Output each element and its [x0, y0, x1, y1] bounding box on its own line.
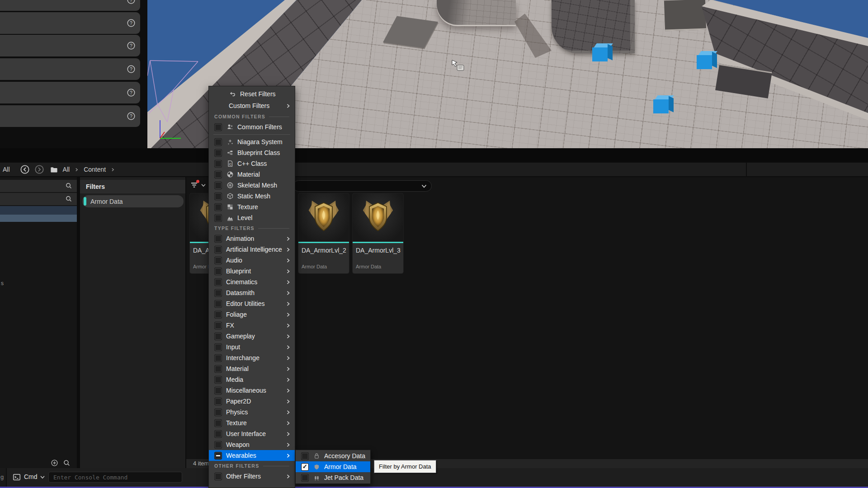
menu-item-material[interactable]: Material [209, 169, 295, 180]
menu-item-interchange[interactable]: Interchange [209, 352, 295, 363]
checkbox[interactable] [301, 474, 309, 482]
help-icon[interactable]: ? [127, 88, 136, 97]
menu-item-custom-filters[interactable]: Custom Filters [209, 100, 295, 112]
checkbox[interactable] [214, 160, 222, 168]
checkbox[interactable] [214, 235, 222, 243]
menu-item-artificial-intelligence[interactable]: Artificial Intelligence [209, 244, 295, 255]
menu-item-wearables[interactable]: Wearables [209, 450, 295, 461]
menu-item-audio[interactable]: Audio [209, 255, 295, 266]
menu-item-reset-filters[interactable]: Reset Filters [209, 88, 295, 100]
checkbox[interactable] [214, 149, 222, 157]
menu-item-texture[interactable]: Texture [209, 202, 295, 212]
menu-item-editor-utilities[interactable]: Editor Utilities [209, 298, 295, 309]
menu-item-blueprint-class[interactable]: Blueprint Class [209, 147, 295, 158]
help-row[interactable]: ? [0, 0, 140, 11]
menu-item-paper2d[interactable]: Paper2D [209, 396, 295, 407]
submenu-item-accesory-data[interactable]: Accesory Data [296, 450, 370, 461]
menu-item-niagara-system[interactable]: Niagara System [209, 136, 295, 147]
breadcrumb-root[interactable]: All [63, 166, 70, 173]
chevron-down-icon[interactable] [200, 182, 207, 188]
checkbox[interactable] [214, 387, 222, 394]
active-filter-armor-data[interactable]: Armor Data [82, 195, 184, 207]
chevron-down-icon[interactable] [39, 474, 46, 480]
checkbox[interactable] [214, 354, 222, 362]
menu-item-material[interactable]: Material [209, 363, 295, 374]
menu-item-texture[interactable]: Texture [209, 418, 295, 428]
menu-item-animation[interactable]: Animation [209, 233, 295, 244]
menu-item-datasmith[interactable]: Datasmith [209, 287, 295, 298]
menu-item-level[interactable]: Level [209, 212, 295, 223]
checkbox[interactable] [214, 441, 222, 449]
folder-tree-selection-upper[interactable] [0, 206, 77, 215]
checkbox[interactable] [214, 203, 222, 211]
checkbox[interactable] [214, 171, 222, 178]
search-icon[interactable] [63, 459, 71, 467]
checkbox[interactable] [214, 430, 222, 438]
menu-item-foliage[interactable]: Foliage [209, 309, 295, 320]
checkbox[interactable] [301, 452, 309, 460]
menu-item-static-mesh[interactable]: Static Mesh [209, 191, 295, 202]
checkbox[interactable] [214, 408, 222, 416]
checkbox[interactable] [214, 278, 222, 286]
help-row[interactable]: ? [0, 105, 140, 127]
help-row[interactable]: ? [0, 82, 140, 103]
checkbox[interactable] [214, 452, 222, 460]
menu-item-media[interactable]: Media [209, 374, 295, 385]
help-icon[interactable]: ? [127, 41, 136, 50]
folder-tree-selection-lower[interactable] [0, 215, 77, 222]
menu-item-input[interactable]: Input [209, 342, 295, 352]
checkbox[interactable] [214, 138, 222, 146]
menu-item-physics[interactable]: Physics [209, 407, 295, 418]
checkbox[interactable] [214, 123, 222, 131]
collections-search-row[interactable] [0, 180, 77, 192]
checkbox[interactable] [214, 192, 222, 200]
help-icon[interactable]: ? [127, 65, 136, 74]
checkbox[interactable] [214, 289, 222, 297]
help-icon[interactable]: ? [127, 0, 136, 5]
help-icon[interactable]: ? [127, 112, 136, 121]
checkbox[interactable] [214, 343, 222, 351]
checkbox[interactable] [214, 473, 222, 480]
checkbox[interactable] [214, 322, 222, 329]
panel-divider[interactable] [185, 177, 186, 468]
menu-item-common-filters[interactable]: Common Filters [209, 122, 295, 132]
checkbox[interactable] [214, 365, 222, 373]
add-collection-button[interactable] [51, 459, 58, 467]
asset-path-combobox[interactable] [293, 180, 432, 192]
panel-divider[interactable] [77, 177, 80, 468]
menu-item-weapon[interactable]: Weapon [209, 439, 295, 450]
submenu-item-armor-data[interactable]: Armor Data [296, 461, 370, 472]
menu-item-other-filters[interactable]: Other Filters [209, 471, 295, 482]
path-filter-all[interactable]: All [3, 166, 10, 173]
help-row[interactable]: ? [0, 35, 140, 56]
forward-button[interactable] [34, 164, 44, 174]
menu-item-c-class[interactable]: CC++ Class [209, 158, 295, 169]
checkbox[interactable] [214, 311, 222, 319]
menu-item-blueprint[interactable]: Blueprint [209, 266, 295, 277]
submenu-item-jet-pack-data[interactable]: Jet Pack Data [296, 472, 370, 483]
help-row[interactable]: ? [0, 12, 140, 34]
help-row[interactable]: ? [0, 58, 140, 80]
checkbox[interactable] [214, 376, 222, 384]
menu-item-gameplay[interactable]: Gameplay [209, 331, 295, 342]
back-button[interactable] [20, 164, 30, 174]
menu-item-skeletal-mesh[interactable]: Skeletal Mesh [209, 180, 295, 191]
filter-dropdown-button[interactable] [190, 181, 199, 190]
checkbox[interactable] [301, 463, 309, 471]
checkbox[interactable] [214, 333, 222, 340]
breadcrumb-content[interactable]: Content [84, 166, 106, 173]
help-icon[interactable]: ? [127, 19, 136, 28]
folders-search-row[interactable] [0, 193, 77, 205]
menu-item-cinematics[interactable]: Cinematics [209, 277, 295, 287]
checkbox[interactable] [214, 419, 222, 427]
menu-item-user-interface[interactable]: User Interface [209, 428, 295, 439]
checkbox[interactable] [214, 300, 222, 308]
checkbox[interactable] [214, 267, 222, 275]
checkbox[interactable] [214, 246, 222, 253]
asset-tile[interactable]: DA_ArmorLvl_3 Armor Data [353, 193, 403, 273]
checkbox[interactable] [214, 257, 222, 264]
checkbox[interactable] [214, 182, 222, 189]
menu-item-fx[interactable]: FX [209, 320, 295, 331]
checkbox[interactable] [214, 214, 222, 222]
console-command-input[interactable] [48, 472, 182, 483]
